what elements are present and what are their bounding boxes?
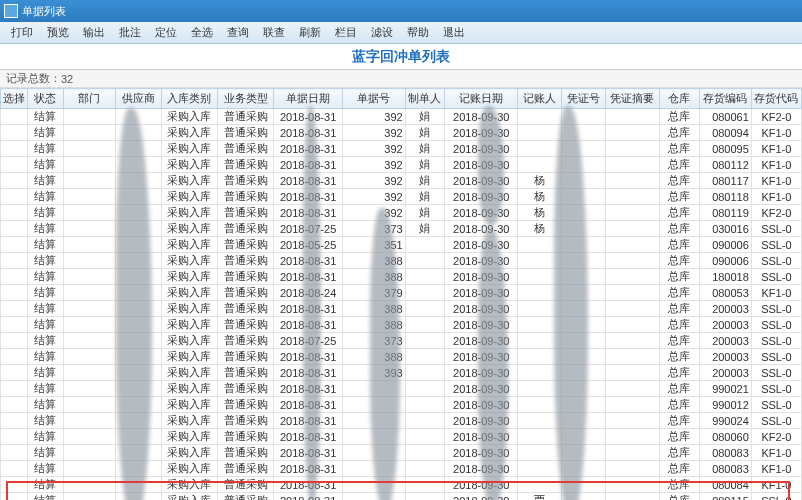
cell	[115, 205, 161, 221]
data-grid[interactable]: 选择状态部门供应商入库类别业务类型单据日期单据号制单人记账日期记账人凭证号凭证摘…	[0, 88, 802, 500]
cell: 2018-09-30	[445, 381, 518, 397]
table-row[interactable]: 结算采购入库普通采购2018-08-31392娟2018-09-30杨总库080…	[1, 189, 802, 205]
table-row[interactable]: 结算采购入库普通采购2018-07-25373娟2018-09-30杨总库030…	[1, 221, 802, 237]
menu-item-4[interactable]: 定位	[148, 25, 184, 40]
col-header[interactable]: 业务类型	[217, 89, 273, 109]
col-header[interactable]: 选择	[1, 89, 28, 109]
menu-item-0[interactable]: 打印	[4, 25, 40, 40]
cell: 180018	[699, 269, 751, 285]
cell: 990012	[699, 397, 751, 413]
table-row[interactable]: 结算采购入库普通采购2018-08-313882018-09-30总库20000…	[1, 349, 802, 365]
table-row[interactable]: 结算采购入库普通采购2018-08-312018-09-30总库080083KF…	[1, 445, 802, 461]
cell: 2018-09-30	[445, 125, 518, 141]
cell	[115, 317, 161, 333]
cell: 总库	[660, 493, 700, 501]
table-row[interactable]: 结算采购入库普通采购2018-08-312018-09-30总库080084KF…	[1, 477, 802, 493]
cell: 080094	[699, 125, 751, 141]
cell: 351	[343, 237, 406, 253]
table-row[interactable]: 结算采购入库普通采购2018-07-253732018-09-30总库20000…	[1, 333, 802, 349]
cell: 总库	[660, 477, 700, 493]
cell	[115, 349, 161, 365]
table-row[interactable]: 结算采购入库普通采购2018-05-253512018-09-30总库09000…	[1, 237, 802, 253]
cell	[115, 397, 161, 413]
menu-item-10[interactable]: 滤设	[364, 25, 400, 40]
table-row[interactable]: 结算采购入库普通采购2018-08-31392娟2018-09-30杨总库080…	[1, 205, 802, 221]
cell: 2018-09-30	[445, 397, 518, 413]
cell	[1, 317, 28, 333]
cell	[63, 173, 115, 189]
col-header[interactable]: 凭证号	[562, 89, 606, 109]
cell: 总库	[660, 445, 700, 461]
table-row[interactable]: 结算采购入库普通采购2018-08-31392娟2018-09-30杨总库080…	[1, 173, 802, 189]
cell: 结算	[28, 461, 63, 477]
menu-item-5[interactable]: 全选	[184, 25, 220, 40]
menu-item-3[interactable]: 批注	[112, 25, 148, 40]
cell: 结算	[28, 221, 63, 237]
menu-item-9[interactable]: 栏目	[328, 25, 364, 40]
col-header[interactable]: 单据日期	[274, 89, 343, 109]
menu-item-7[interactable]: 联查	[256, 25, 292, 40]
cell: 结算	[28, 381, 63, 397]
table-row[interactable]: 结算采购入库普通采购2018-08-313882018-09-30总库20000…	[1, 317, 802, 333]
col-header[interactable]: 入库类别	[161, 89, 217, 109]
cell	[63, 365, 115, 381]
cell	[1, 237, 28, 253]
menu-item-8[interactable]: 刷新	[292, 25, 328, 40]
cell	[63, 493, 115, 501]
cell: 2018-08-31	[274, 381, 343, 397]
cell	[562, 445, 606, 461]
col-header[interactable]: 制单人	[405, 89, 445, 109]
cell	[1, 221, 28, 237]
table-row[interactable]: 结算采购入库普通采购2018-08-31392娟2018-09-30总库0800…	[1, 141, 802, 157]
col-header[interactable]: 部门	[63, 89, 115, 109]
col-header[interactable]: 状态	[28, 89, 63, 109]
cell	[63, 269, 115, 285]
table-row[interactable]: 结算采购入库普通采购2018-08-31392娟2018-09-30总库0801…	[1, 157, 802, 173]
data-table[interactable]: 选择状态部门供应商入库类别业务类型单据日期单据号制单人记账日期记账人凭证号凭证摘…	[0, 88, 802, 500]
table-row[interactable]: 结算采购入库普通采购2018-08-312018-09-30总库080060KF…	[1, 429, 802, 445]
col-header[interactable]: 存货编码	[699, 89, 751, 109]
cell: 结算	[28, 333, 63, 349]
table-row[interactable]: 结算采购入库普通采购2018-08-312018-09-30贾总库080115S…	[1, 493, 802, 501]
cell: 388	[343, 317, 406, 333]
cell: 2018-08-31	[274, 461, 343, 477]
menu-item-12[interactable]: 退出	[436, 25, 472, 40]
cell	[605, 461, 659, 477]
col-header[interactable]: 单据号	[343, 89, 406, 109]
cell: 388	[343, 253, 406, 269]
table-row[interactable]: 结算采购入库普通采购2018-08-313882018-09-30总库18001…	[1, 269, 802, 285]
cell	[343, 477, 406, 493]
table-row[interactable]: 结算采购入库普通采购2018-08-313882018-09-30总库09000…	[1, 253, 802, 269]
table-row[interactable]: 结算采购入库普通采购2018-08-313882018-09-30总库20000…	[1, 301, 802, 317]
cell: 总库	[660, 285, 700, 301]
col-header[interactable]: 仓库	[660, 89, 700, 109]
table-row[interactable]: 结算采购入库普通采购2018-08-312018-09-30总库990021SS…	[1, 381, 802, 397]
col-header[interactable]: 记账人	[518, 89, 562, 109]
menu-item-6[interactable]: 查询	[220, 25, 256, 40]
cell	[115, 285, 161, 301]
table-row[interactable]: 结算采购入库普通采购2018-08-312018-09-30总库990024SS…	[1, 413, 802, 429]
table-row[interactable]: 结算采购入库普通采购2018-08-312018-09-30总库990012SS…	[1, 397, 802, 413]
cell: 2018-08-31	[274, 493, 343, 501]
col-header[interactable]: 存货代码	[751, 89, 801, 109]
table-row[interactable]: 结算采购入库普通采购2018-08-31392娟2018-09-30总库0800…	[1, 125, 802, 141]
cell: 2018-05-25	[274, 237, 343, 253]
table-row[interactable]: 结算采购入库普通采购2018-08-243792018-09-30总库08005…	[1, 285, 802, 301]
cell	[562, 253, 606, 269]
col-header[interactable]: 记账日期	[445, 89, 518, 109]
menu-item-1[interactable]: 预览	[40, 25, 76, 40]
table-row[interactable]: 结算采购入库普通采购2018-08-31392娟2018-09-30总库0800…	[1, 109, 802, 125]
cell: 2018-08-24	[274, 285, 343, 301]
col-header[interactable]: 供应商	[115, 89, 161, 109]
cell	[63, 205, 115, 221]
table-row[interactable]: 结算采购入库普通采购2018-08-313932018-09-30总库20000…	[1, 365, 802, 381]
cell: 采购入库	[161, 333, 217, 349]
menu-item-11[interactable]: 帮助	[400, 25, 436, 40]
col-header[interactable]: 凭证摘要	[605, 89, 659, 109]
cell	[115, 413, 161, 429]
table-row[interactable]: 结算采购入库普通采购2018-08-312018-09-30总库080083KF…	[1, 461, 802, 477]
cell	[63, 301, 115, 317]
menu-item-2[interactable]: 输出	[76, 25, 112, 40]
cell: 388	[343, 269, 406, 285]
cell	[1, 429, 28, 445]
